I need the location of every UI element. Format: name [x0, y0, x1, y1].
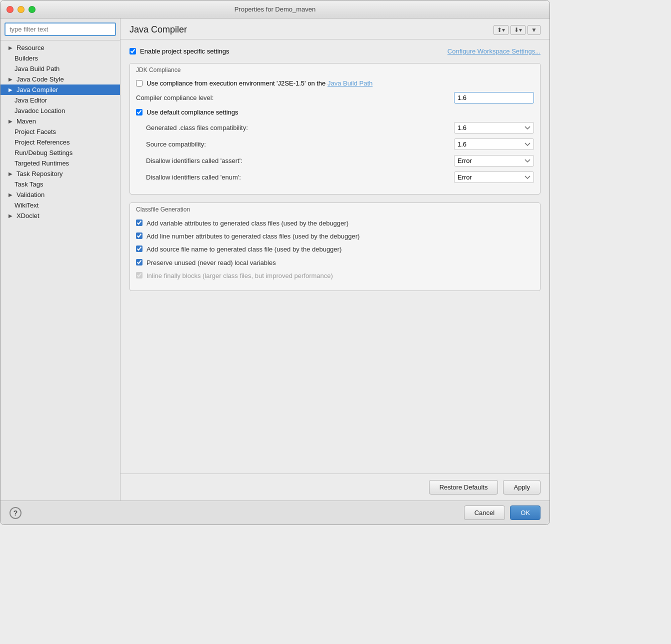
- sidebar-item-builders[interactable]: Builders: [0, 53, 120, 64]
- expand-icon: ▶: [8, 192, 14, 198]
- expand-icon: ▶: [8, 87, 14, 92]
- sidebar-item-label: Javadoc Location: [14, 107, 65, 114]
- nav-back-button[interactable]: ⬆▾: [494, 25, 508, 35]
- classfile-option2-label: Add line number attributes to generated …: [146, 232, 360, 241]
- nav-forward-button[interactable]: ⬇▾: [510, 25, 526, 35]
- source-compat-select[interactable]: 1.6: [454, 138, 534, 150]
- jdk-compliance-label: JDK Compliance: [130, 64, 540, 76]
- sidebar-item-run-debug-settings[interactable]: Run/Debug Settings: [0, 148, 120, 158]
- expand-icon: ▶: [8, 76, 14, 82]
- sidebar-item-java-code-style[interactable]: ▶ Java Code Style: [0, 74, 120, 84]
- sidebar-item-java-compiler[interactable]: ▶ Java Compiler: [0, 84, 120, 95]
- classfile-option3-checkbox[interactable]: [136, 246, 142, 252]
- disallow-enum-select[interactable]: Error: [454, 172, 534, 183]
- sidebar-item-label: Project References: [14, 138, 70, 146]
- sidebar-item-resource[interactable]: ▶ Resource: [0, 42, 120, 53]
- filter-input[interactable]: [4, 22, 116, 36]
- classfile-generation-section: Classfile Generation Add variable attrib…: [130, 202, 540, 291]
- sidebar-item-task-tags[interactable]: Task Tags: [0, 179, 120, 190]
- classfile-option3-row: Add source file name to generated class …: [136, 245, 534, 254]
- classfile-option2-row: Add line number attributes to generated …: [136, 232, 534, 241]
- sidebar-item-targeted-runtimes[interactable]: Targeted Runtimes: [0, 158, 120, 168]
- sidebar-item-xdoclet[interactable]: ▶ XDoclet: [0, 210, 120, 221]
- classfile-generation-label: Classfile Generation: [130, 203, 540, 215]
- sidebar-item-label: Java Compiler: [16, 86, 58, 94]
- sidebar-item-label: Project Facets: [14, 128, 56, 136]
- expand-icon: ▶: [8, 118, 14, 124]
- menu-button[interactable]: ▼: [528, 25, 540, 35]
- sidebar-item-maven[interactable]: ▶ Maven: [0, 116, 120, 126]
- sidebar-item-label: Task Repository: [16, 170, 62, 178]
- use-default-row: Use default compliance settings: [136, 108, 534, 116]
- classfile-option5-checkbox[interactable]: [136, 272, 142, 278]
- sidebar-item-java-build-path[interactable]: Java Build Path: [0, 64, 120, 74]
- cancel-button[interactable]: Cancel: [464, 506, 505, 520]
- source-compat-label: Source compatibility:: [146, 140, 454, 148]
- generated-class-row: Generated .class files compatibility: 1.…: [146, 122, 534, 134]
- classfile-option4-label: Preserve unused (never read) local varia…: [146, 258, 276, 268]
- classfile-option2-checkbox[interactable]: [136, 232, 142, 239]
- titlebar: Properties for Demo_maven: [0, 0, 550, 18]
- sidebar-item-java-editor[interactable]: Java Editor: [0, 95, 120, 106]
- page-title: Java Compiler: [130, 24, 187, 35]
- disallow-assert-select[interactable]: Error: [454, 155, 534, 166]
- sub-form: Generated .class files compatibility: 1.…: [146, 122, 534, 183]
- compiler-compliance-row: Compiler compliance level: 1.6: [136, 92, 534, 104]
- disallow-enum-row: Disallow identifiers called 'enum': Erro…: [146, 172, 534, 183]
- apply-button[interactable]: Apply: [503, 480, 540, 494]
- classfile-option3-label: Add source file name to generated class …: [146, 245, 342, 254]
- content-scroll: Enable project specific settings Configu…: [120, 40, 550, 474]
- sidebar-item-label: XDoclet: [16, 212, 40, 220]
- classfile-option1-label: Add variable attributes to generated cla…: [146, 219, 348, 228]
- header-icons: ⬆▾ ⬇▾ ▼: [494, 25, 540, 35]
- help-button[interactable]: ?: [10, 507, 22, 519]
- enable-project-settings-row: Enable project specific settings Configu…: [130, 48, 540, 55]
- compiler-compliance-label: Compiler compliance level:: [136, 94, 454, 102]
- expand-icon: ▶: [8, 213, 14, 218]
- filter-input-wrap: [0, 18, 120, 40]
- ok-button[interactable]: OK: [510, 506, 540, 520]
- sidebar-item-label: Run/Debug Settings: [14, 149, 72, 156]
- source-compat-row: Source compatibility: 1.6: [146, 138, 534, 150]
- sidebar-item-javadoc-location[interactable]: Javadoc Location: [0, 106, 120, 116]
- close-button[interactable]: [6, 6, 14, 13]
- maximize-button[interactable]: [28, 6, 36, 13]
- expand-icon: ▶: [8, 45, 14, 50]
- use-default-checkbox[interactable]: [136, 109, 142, 116]
- classfile-option1-checkbox[interactable]: [136, 220, 142, 226]
- generated-class-label: Generated .class files compatibility:: [146, 124, 454, 132]
- compiler-compliance-select[interactable]: 1.6: [454, 92, 534, 104]
- configure-workspace-link[interactable]: Configure Workspace Settings...: [448, 48, 540, 55]
- classfile-option5-label: Inline finally blocks (larger class file…: [146, 272, 333, 280]
- content-header: Java Compiler ⬆▾ ⬇▾ ▼: [120, 18, 550, 40]
- disallow-assert-row: Disallow identifiers called 'assert': Er…: [146, 155, 534, 166]
- disallow-enum-label: Disallow identifiers called 'enum':: [146, 174, 454, 181]
- sidebar-item-project-references[interactable]: Project References: [0, 137, 120, 148]
- enable-project-checkbox[interactable]: [130, 48, 136, 54]
- sidebar-item-label: Maven: [16, 118, 36, 125]
- sidebar-item-project-facets[interactable]: Project Facets: [0, 126, 120, 137]
- sidebar-item-wikitext[interactable]: WikiText: [0, 200, 120, 210]
- sidebar-item-validation[interactable]: ▶ Validation: [0, 190, 120, 200]
- classfile-option4-checkbox[interactable]: [136, 259, 142, 266]
- use-env-label: Use compliance from execution environmen…: [146, 80, 372, 87]
- enable-left: Enable project specific settings: [130, 48, 229, 55]
- sidebar-item-label: Resource: [16, 44, 44, 52]
- expand-icon: ▶: [8, 171, 14, 176]
- sidebar-item-label: Java Editor: [14, 96, 47, 104]
- restore-defaults-button[interactable]: Restore Defaults: [429, 480, 498, 494]
- action-bar: Restore Defaults Apply: [120, 474, 550, 500]
- minimize-button[interactable]: [18, 6, 24, 13]
- use-default-label: Use default compliance settings: [146, 108, 238, 116]
- classfile-option1-row: Add variable attributes to generated cla…: [136, 219, 534, 228]
- use-env-row: Use compliance from execution environmen…: [136, 80, 534, 87]
- sidebar-item-task-repository[interactable]: ▶ Task Repository: [0, 168, 120, 179]
- sidebar: ▶ Resource Builders Java Build Path ▶ Ja…: [0, 18, 120, 500]
- use-env-checkbox[interactable]: [136, 80, 142, 86]
- disallow-assert-label: Disallow identifiers called 'assert':: [146, 157, 454, 164]
- window-controls: [6, 6, 36, 13]
- footer-actions: Cancel OK: [464, 506, 540, 520]
- content-panel: Java Compiler ⬆▾ ⬇▾ ▼ Enable project spe…: [120, 18, 550, 500]
- java-build-path-link[interactable]: Java Build Path: [328, 80, 372, 87]
- generated-class-select[interactable]: 1.6: [454, 122, 534, 134]
